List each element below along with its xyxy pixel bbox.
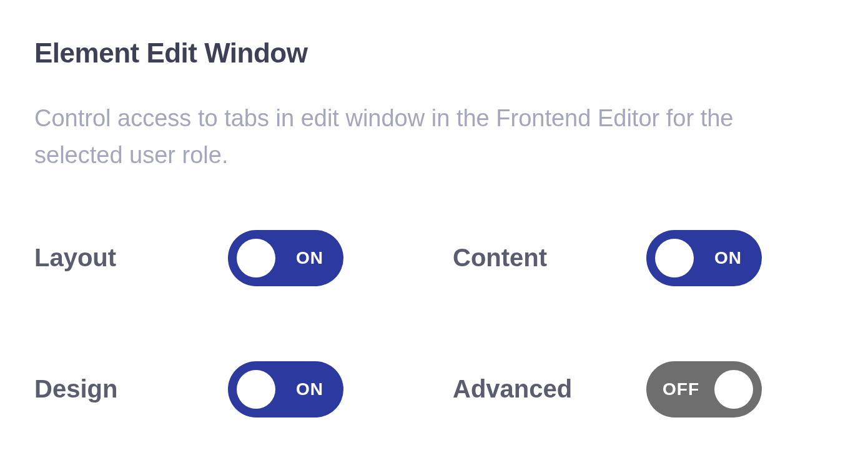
toggle-row-content: Content ON bbox=[453, 230, 834, 286]
toggle-state-text: ON bbox=[714, 248, 742, 268]
toggle-grid: Layout ON Content ON Design ON Advanced … bbox=[34, 230, 834, 418]
toggle-row-design: Design ON bbox=[34, 361, 415, 418]
toggle-content[interactable]: ON bbox=[646, 230, 762, 286]
toggle-state-text: ON bbox=[296, 379, 323, 399]
toggle-row-layout: Layout ON bbox=[34, 230, 415, 286]
toggle-advanced[interactable]: OFF bbox=[646, 361, 762, 418]
toggle-knob bbox=[655, 239, 694, 278]
toggle-label-content: Content bbox=[453, 244, 646, 272]
toggle-layout[interactable]: ON bbox=[228, 230, 343, 286]
toggle-knob bbox=[237, 239, 275, 278]
toggle-knob bbox=[237, 370, 275, 409]
toggle-state-text: ON bbox=[296, 248, 323, 268]
toggle-state-text: OFF bbox=[663, 379, 699, 399]
toggle-row-advanced: Advanced OFF bbox=[453, 361, 834, 418]
toggle-label-advanced: Advanced bbox=[453, 375, 646, 403]
element-edit-window-section: Element Edit Window Control access to ta… bbox=[34, 38, 834, 418]
section-title: Element Edit Window bbox=[34, 38, 834, 69]
section-description: Control access to tabs in edit window in… bbox=[34, 100, 821, 174]
toggle-design[interactable]: ON bbox=[228, 361, 343, 418]
toggle-label-design: Design bbox=[34, 375, 228, 403]
toggle-label-layout: Layout bbox=[34, 244, 228, 272]
toggle-knob bbox=[714, 370, 753, 409]
